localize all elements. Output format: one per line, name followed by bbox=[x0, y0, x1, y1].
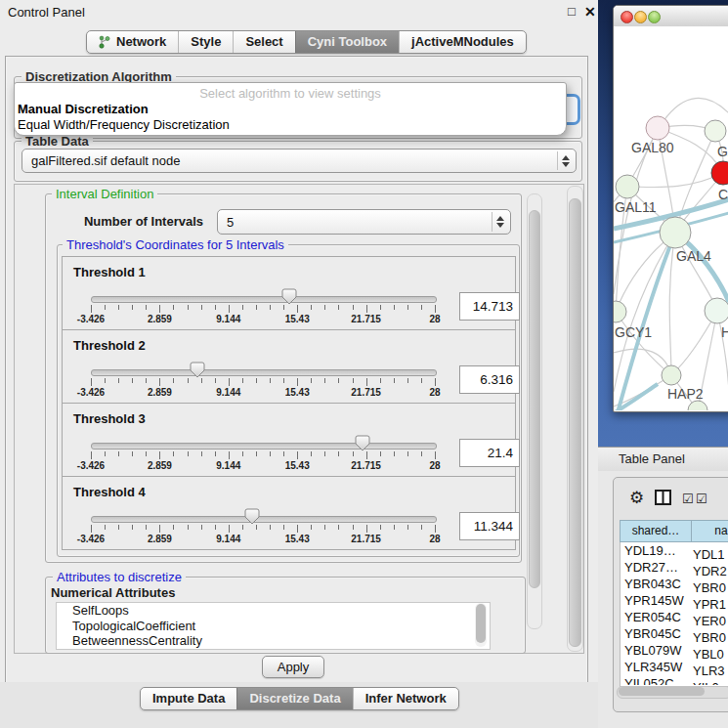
network-node-gal11[interactable] bbox=[616, 175, 639, 198]
slider-thumb[interactable] bbox=[281, 288, 297, 305]
cyni-mode-tabs: Impute DataDiscretize DataInfer Network bbox=[140, 687, 459, 710]
tab-select[interactable]: Select bbox=[233, 31, 294, 53]
threshold-panel-3: Threshold 3-3.4262.8599.14415.4321.71528… bbox=[62, 403, 516, 477]
threshold-panel-2: Threshold 2-3.4262.8599.14415.4321.71528… bbox=[62, 329, 516, 404]
table-row[interactable]: YLR345WYLR3 bbox=[620, 659, 728, 675]
attribute-list-item[interactable]: BetweennessCentrality bbox=[57, 633, 490, 649]
table-data-value: galFiltered.sif default node bbox=[31, 150, 180, 172]
slider-thumb[interactable] bbox=[190, 362, 205, 378]
network-node-h[interactable] bbox=[705, 298, 728, 323]
threshold-panel-4: Threshold 4-3.4262.8599.14415.4321.71528… bbox=[62, 476, 516, 550]
table-row[interactable]: YER054CYER0 bbox=[620, 609, 728, 625]
algorithm-option-equal-width[interactable]: Equal Width/Frequency Discretization bbox=[17, 117, 564, 133]
network-node-gcy1[interactable] bbox=[614, 301, 626, 322]
slider-track[interactable] bbox=[91, 443, 437, 450]
tab-infer-network[interactable]: Infer Network bbox=[353, 688, 458, 709]
tab-style[interactable]: Style bbox=[178, 31, 233, 53]
tab-label: Network bbox=[116, 31, 166, 53]
slider-track[interactable] bbox=[91, 369, 437, 376]
network-window-titlebar[interactable] bbox=[614, 6, 728, 27]
threshold-panel-1: Threshold 1-3.4262.8599.14415.4321.71528… bbox=[62, 256, 516, 330]
threshold-value-field[interactable]: 21.4 bbox=[459, 439, 520, 467]
threshold-value-field[interactable]: 14.713 bbox=[459, 292, 520, 321]
tab-impute-data[interactable]: Impute Data bbox=[141, 688, 236, 709]
cell-shared-name: YER054C bbox=[620, 609, 692, 625]
network-node-c[interactable] bbox=[711, 161, 728, 185]
threshold-label: Threshold 3 bbox=[73, 411, 146, 426]
table-row[interactable]: YIL052CYIL0 bbox=[620, 675, 728, 685]
column-header-shared-name[interactable]: shared… bbox=[620, 520, 692, 542]
node-label: H bbox=[721, 324, 728, 340]
table-row[interactable]: YDL19…YDL1 bbox=[620, 542, 728, 559]
select-rows-icon[interactable]: ☑ bbox=[696, 492, 707, 506]
cell-name: YIL0 bbox=[692, 679, 719, 685]
num-intervals-combobox[interactable]: 5 bbox=[217, 209, 511, 235]
tab-label: Infer Network bbox=[365, 688, 447, 709]
attributes-scrollbar-thumb[interactable] bbox=[476, 604, 486, 643]
network-node-gal4[interactable] bbox=[660, 217, 691, 248]
slider-thumb[interactable] bbox=[355, 435, 370, 451]
slider-scale-labels: -3.4262.8599.14415.4321.71528 bbox=[91, 460, 435, 473]
attributes-title: Attributes to discretize bbox=[53, 570, 186, 584]
column-header-name[interactable]: na bbox=[691, 520, 728, 542]
close-panel-icon[interactable]: ✕ bbox=[584, 4, 596, 20]
tab-label: Select bbox=[245, 31, 282, 53]
tab-label: Cyni Toolbox bbox=[308, 31, 387, 53]
cell-shared-name: YDL19… bbox=[620, 542, 692, 559]
inner-scrollbar-thumb[interactable] bbox=[529, 210, 540, 588]
tab-cyni-toolbox[interactable]: Cyni Toolbox bbox=[295, 31, 399, 53]
node-label: GAL80 bbox=[631, 140, 674, 155]
slider-scale-labels: -3.4262.8599.14415.4321.71528 bbox=[91, 534, 435, 546]
table-row[interactable]: YBR043CYBR0 bbox=[620, 576, 728, 592]
float-panel-icon[interactable]: □ bbox=[568, 4, 576, 19]
outer-scrollbar-thumb[interactable] bbox=[569, 198, 581, 647]
table-panel-title: Table Panel bbox=[619, 451, 685, 466]
slider-thumb[interactable] bbox=[244, 508, 260, 525]
apply-button[interactable]: Apply bbox=[262, 656, 324, 678]
cell-shared-name: YDR27… bbox=[620, 559, 692, 576]
combo-stepper-icon bbox=[492, 212, 508, 232]
zoom-traffic-light[interactable] bbox=[648, 11, 661, 23]
tab-label: Impute Data bbox=[152, 688, 225, 709]
table-row[interactable]: YBL079WYBL0 bbox=[620, 642, 728, 659]
table-hscrollbar-thumb[interactable] bbox=[619, 687, 705, 696]
network-node-gal80[interactable] bbox=[646, 116, 669, 140]
slider-track[interactable] bbox=[91, 296, 437, 303]
minimize-traffic-light[interactable] bbox=[634, 11, 647, 23]
cell-shared-name: YIL052C bbox=[620, 675, 692, 685]
attribute-list-item[interactable]: TopologicalCoefficient bbox=[57, 619, 490, 634]
network-node-ga[interactable] bbox=[705, 120, 726, 142]
table-rows[interactable]: YDL19…YDL1YDR27…YDR2YBR043CYBR0YPR145WYP… bbox=[620, 542, 728, 685]
algorithm-hint: Select algorithm to view settings bbox=[15, 86, 566, 101]
tab-network[interactable]: Network bbox=[87, 31, 178, 53]
select-columns-icon[interactable]: ☑ bbox=[682, 492, 694, 506]
table-row[interactable]: YPR145WYPR1 bbox=[620, 592, 728, 609]
node-label: C bbox=[718, 187, 728, 202]
gear-icon[interactable]: ⚙ bbox=[629, 488, 644, 508]
tab-jactivemnodules[interactable]: jActiveMNodules bbox=[399, 31, 526, 53]
node-label: GAL11 bbox=[615, 199, 657, 215]
close-traffic-light[interactable] bbox=[621, 11, 633, 23]
cell-shared-name: YPR145W bbox=[620, 592, 692, 609]
node-label: GAL4 bbox=[676, 248, 711, 264]
algorithm-option-manual[interactable]: Manual Discretization bbox=[17, 102, 564, 117]
slider-track[interactable] bbox=[91, 516, 437, 523]
split-view-icon[interactable] bbox=[655, 490, 671, 505]
table-row[interactable]: YBR045CYBR0 bbox=[620, 625, 728, 642]
table-row[interactable]: YDR27…YDR2 bbox=[620, 559, 728, 576]
cell-shared-name: YBR045C bbox=[620, 625, 692, 642]
cell-shared-name: YBL079W bbox=[620, 642, 692, 659]
tab-discretize-data[interactable]: Discretize Data bbox=[236, 688, 352, 709]
network-canvas[interactable]: GAL80GACGAL11GAL4GCY1HHAP2 bbox=[614, 26, 728, 410]
numerical-attributes-list[interactable]: SelfLoopsTopologicalCoefficientBetweenne… bbox=[56, 602, 491, 650]
tab-label: Style bbox=[191, 31, 221, 53]
interval-definition-title: Interval Definition bbox=[52, 187, 157, 201]
threshold-label: Threshold 4 bbox=[73, 485, 146, 499]
network-node-hap2[interactable] bbox=[662, 365, 681, 385]
attribute-list-item[interactable]: SelfLoops bbox=[57, 603, 490, 619]
table-data-combobox[interactable]: galFiltered.sif default node bbox=[21, 149, 577, 173]
threshold-value-field[interactable]: 11.344 bbox=[459, 512, 520, 540]
threshold-value-field[interactable]: 6.316 bbox=[459, 365, 520, 394]
panel-title: Control Panel bbox=[8, 5, 85, 20]
tab-label: Discretize Data bbox=[249, 688, 340, 709]
